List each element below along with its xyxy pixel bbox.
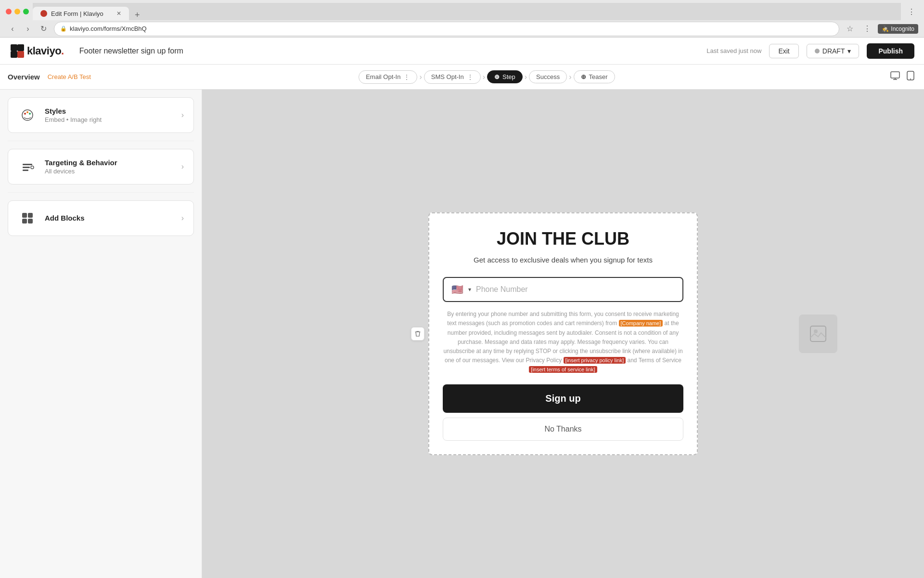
targeting-card-chevron-icon: › — [181, 162, 184, 171]
targeting-icon — [18, 157, 37, 176]
page-title: Footer newsletter sign up form — [79, 47, 183, 55]
svg-rect-21 — [810, 326, 826, 342]
svg-rect-1 — [17, 44, 24, 51]
sms-opt-in-menu-icon[interactable]: ⋮ — [467, 73, 474, 81]
incognito-label: Incognito — [891, 26, 914, 32]
tab-title: Edit Form | Klaviyo — [51, 10, 103, 17]
klaviyo-logo-icon — [10, 43, 25, 59]
app-header: klaviyo. Footer newsletter sign up form … — [0, 38, 924, 65]
blocks-icon — [18, 209, 37, 228]
styles-icon-svg — [21, 108, 34, 122]
step-plus-icon: ⊕ — [494, 73, 500, 80]
logo-text: klaviyo. — [27, 45, 64, 57]
draft-button[interactable]: DRAFT ▾ — [807, 44, 860, 58]
privacy-policy-link[interactable]: [insert privacy policy link] — [564, 357, 626, 364]
step-email-opt-in[interactable]: Email Opt-In ⋮ — [359, 70, 417, 84]
svg-point-8 — [910, 79, 911, 79]
reload-button[interactable]: ↻ — [37, 22, 50, 36]
publish-button[interactable]: Publish — [867, 43, 914, 59]
desktop-view-button[interactable] — [888, 69, 902, 85]
step-current[interactable]: ⊕ Step — [487, 70, 523, 83]
draft-chevron-icon: ▾ — [847, 47, 851, 55]
teaser-plus-icon: ⊕ — [581, 73, 586, 80]
targeting-icon-svg — [21, 160, 34, 173]
incognito-badge: 🕵 Incognito — [878, 24, 918, 34]
lock-icon: 🔒 — [60, 26, 67, 32]
targeting-card-title: Targeting & Behavior — [45, 158, 174, 167]
svg-point-22 — [814, 329, 818, 333]
no-thanks-button[interactable]: No Thanks — [443, 418, 683, 441]
desktop-icon — [890, 71, 900, 80]
svg-rect-20 — [28, 219, 33, 223]
email-opt-in-menu-icon[interactable]: ⋮ — [403, 73, 410, 81]
svg-point-11 — [26, 111, 28, 113]
url-text: klaviyo.com/forms/XmcBhQ — [70, 25, 147, 32]
bookmark-star-button[interactable]: ☆ — [843, 22, 857, 36]
delete-block-button[interactable] — [411, 327, 424, 341]
mobile-icon — [907, 71, 914, 80]
targeting-card[interactable]: Targeting & Behavior All devices › — [8, 149, 194, 184]
add-blocks-card-chevron-icon: › — [181, 214, 184, 223]
traffic-light-green[interactable] — [23, 9, 29, 14]
main-content: Styles Embed • Image right › Targeting &… — [0, 90, 924, 578]
forward-button[interactable]: › — [21, 22, 35, 36]
sub-header: Overview Create A/B Test Email Opt-In ⋮ … — [0, 65, 924, 90]
blocks-icon-svg — [21, 211, 34, 225]
browser-navigation: ‹ › ↻ — [6, 22, 50, 36]
incognito-icon: 🕵 — [882, 26, 889, 32]
signup-button[interactable]: Sign up — [443, 384, 683, 413]
phone-number-placeholder: Phone Number — [476, 285, 675, 294]
back-button[interactable]: ‹ — [6, 22, 19, 36]
svg-rect-18 — [28, 213, 33, 218]
form-title: JOIN THE CLUB — [443, 229, 683, 249]
exit-button[interactable]: Exit — [769, 44, 798, 58]
step-arrow-1: › — [419, 73, 422, 81]
step-flow: Email Opt-In ⋮ › SMS Opt-In ⋮ › ⊕ Step ›… — [359, 70, 615, 84]
step-teaser[interactable]: ⊕ Teaser — [574, 70, 615, 83]
view-toggle — [888, 69, 916, 85]
sidebar-divider-1 — [8, 141, 194, 141]
image-placeholder-icon — [809, 325, 827, 342]
sms-opt-in-label: SMS Opt-In — [431, 73, 464, 80]
svg-point-10 — [24, 113, 26, 115]
company-name-highlight: [Company name] — [619, 320, 663, 327]
sidebar-divider-2 — [8, 192, 194, 193]
browser-tab[interactable]: Edit Form | Klaviyo ✕ — [33, 7, 129, 20]
svg-rect-17 — [22, 213, 27, 218]
phone-input-field[interactable]: 🇺🇸 ▾ Phone Number — [443, 277, 683, 302]
palette-icon — [18, 105, 37, 125]
create-ab-test-link[interactable]: Create A/B Test — [48, 73, 91, 80]
teaser-label: Teaser — [589, 73, 608, 80]
new-tab-button[interactable]: + — [131, 10, 144, 20]
url-bar[interactable]: 🔒 klaviyo.com/forms/XmcBhQ — [54, 22, 839, 36]
styles-card[interactable]: Styles Embed • Image right › — [8, 97, 194, 133]
add-blocks-card-title: Add Blocks — [45, 214, 174, 222]
klaviyo-logo: klaviyo. — [10, 43, 64, 59]
step-arrow-2: › — [483, 73, 485, 81]
left-sidebar: Styles Embed • Image right › Targeting &… — [0, 90, 202, 578]
step-sms-opt-in[interactable]: SMS Opt-In ⋮ — [424, 70, 481, 84]
styles-card-title: Styles — [45, 107, 174, 115]
styles-card-chevron-icon: › — [181, 111, 184, 119]
styles-card-text: Styles Embed • Image right — [45, 107, 174, 123]
traffic-light-yellow[interactable] — [14, 9, 20, 14]
terms-of-service-link[interactable]: [insert terms of service link] — [529, 366, 597, 373]
styles-card-subtitle: Embed • Image right — [45, 116, 174, 123]
svg-point-16 — [31, 166, 34, 169]
mobile-view-button[interactable] — [905, 69, 916, 85]
svg-rect-14 — [23, 167, 30, 168]
form-container: JOIN THE CLUB Get access to exclusive de… — [428, 212, 698, 455]
traffic-light-red[interactable] — [6, 9, 12, 14]
step-success[interactable]: Success — [529, 70, 567, 83]
step-label: Step — [502, 73, 515, 80]
form-inner: JOIN THE CLUB Get access to exclusive de… — [429, 213, 697, 454]
country-flag-icon: 🇺🇸 — [451, 284, 463, 295]
overview-label: Overview — [8, 73, 40, 81]
tab-close-button[interactable]: ✕ — [116, 10, 121, 17]
browser-menu-button[interactable]: ⋮ — [860, 22, 874, 36]
svg-rect-13 — [23, 164, 32, 165]
country-dropdown-arrow-icon[interactable]: ▾ — [468, 286, 471, 293]
svg-point-12 — [29, 113, 31, 115]
add-blocks-card[interactable]: Add Blocks › — [8, 200, 194, 236]
bookmark-button[interactable]: ⋮ — [905, 5, 918, 18]
